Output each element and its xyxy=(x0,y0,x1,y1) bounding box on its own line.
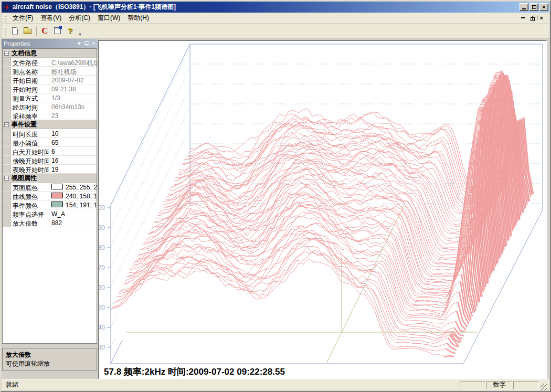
collapse-icon[interactable]: − xyxy=(4,122,9,127)
toolbar-grip[interactable] xyxy=(5,27,6,35)
row-gutter xyxy=(3,138,11,146)
property-label: 最小阈值 xyxy=(11,138,49,146)
menu-window[interactable]: 窗口(W) xyxy=(94,12,124,24)
property-row: 事件颜色154; 191; 18 xyxy=(3,200,97,209)
maximize-button[interactable] xyxy=(529,3,538,11)
property-value[interactable]: W_A xyxy=(49,209,97,218)
y-axis-tick-label: 60 xyxy=(99,284,105,291)
ridge-flank xyxy=(447,343,457,350)
property-row: 放大倍数882 xyxy=(3,218,97,227)
mdi-minimize-button[interactable] xyxy=(521,17,525,18)
property-label: 经历时间 xyxy=(11,102,49,111)
property-row: 测点名称栎社机场 xyxy=(3,67,97,76)
property-label: 采样频率 xyxy=(11,111,49,120)
collapse-icon[interactable]: − xyxy=(4,176,9,181)
y-axis-tick-label: 30 xyxy=(99,344,105,351)
property-value[interactable]: 栎社机场 xyxy=(49,67,97,75)
minimize-button[interactable] xyxy=(520,3,528,11)
property-value[interactable]: 240; 158; 15 xyxy=(49,192,97,200)
mdi-restore-button[interactable] xyxy=(531,15,535,21)
panel-close-button[interactable]: ✕ xyxy=(91,41,96,46)
pin-icon xyxy=(84,41,88,46)
title-bar[interactable]: ✈ aircraft noise（ISO3891）- [飞机噪声分析1-事件1频… xyxy=(2,2,549,13)
mdi-child-controls: × xyxy=(521,15,549,21)
window-title: aircraft noise（ISO3891）- [飞机噪声分析1-事件1频谱图… xyxy=(13,3,518,12)
help-question-icon: ? xyxy=(68,27,72,35)
properties-button[interactable] xyxy=(51,25,63,37)
property-value[interactable]: 10 xyxy=(49,129,97,137)
section-view-properties[interactable]: − 视图属性 xyxy=(3,174,97,183)
property-label: 测量方式 xyxy=(11,93,49,102)
property-description-box: 放大倍数 可使用滚轮缩放 xyxy=(2,348,97,370)
color-swatch[interactable] xyxy=(51,184,63,189)
row-gutter xyxy=(3,67,11,75)
calibrate-button[interactable]: C xyxy=(39,25,51,37)
section-document-info[interactable]: − 文档信息 xyxy=(3,49,97,58)
menu-analyze[interactable]: 分析(C) xyxy=(65,12,94,24)
property-value[interactable]: 19 xyxy=(49,165,97,173)
status-cell-num: 数字 xyxy=(486,381,512,389)
toolbar-separator xyxy=(36,26,37,36)
toolbar-options-button[interactable]: ▾ xyxy=(77,25,83,37)
properties-panel-header[interactable]: Properties ▼ ✕ xyxy=(2,39,98,48)
window-resize-grip[interactable] xyxy=(541,384,547,390)
property-label: 时间长度 xyxy=(11,129,49,137)
menu-help[interactable]: 帮助(H) xyxy=(124,12,153,24)
letter-c-icon: C xyxy=(41,26,48,35)
property-value[interactable]: 23 xyxy=(49,111,97,120)
property-value[interactable]: 882 xyxy=(49,218,97,227)
section-event-settings[interactable]: − 事件设置 xyxy=(3,120,97,129)
chart-readout: 57.8 频率:2kHz 时间:2009-07-02 09:22:28.55 xyxy=(104,367,285,377)
toolbar: C ? ▾ xyxy=(2,24,549,38)
property-value[interactable]: C:\awa6298\机场 xyxy=(49,58,97,66)
property-value[interactable]: 154; 191; 18 xyxy=(49,200,97,209)
property-row: 频率点选择W_A xyxy=(3,209,97,218)
menu-bar: 文件(F) 查看(V) 分析(C) 窗口(W) 帮助(H) × xyxy=(2,13,549,24)
help-button[interactable]: ? xyxy=(64,25,76,37)
section-title: 事件设置 xyxy=(12,120,37,129)
property-value[interactable]: 16 xyxy=(49,156,97,164)
color-swatch[interactable] xyxy=(51,193,63,198)
panel-pin-button[interactable] xyxy=(84,41,88,46)
spectrum-trace xyxy=(130,217,473,313)
property-value[interactable]: 09:21:38 xyxy=(49,84,97,93)
property-label: 放大倍数 xyxy=(11,218,49,227)
property-label: 页面底色 xyxy=(11,183,49,191)
row-gutter xyxy=(3,147,11,155)
collapse-icon[interactable]: − xyxy=(4,51,9,56)
mdi-minimize-icon xyxy=(521,17,525,18)
spectrogram-3d-chart[interactable]: 10090807060504030 57.8 频率:2kHz 时间:2009-0… xyxy=(99,41,546,380)
property-row: 经历时间06h34m13s xyxy=(3,102,97,111)
property-value[interactable]: 6 xyxy=(49,147,97,155)
property-value[interactable]: 65 xyxy=(49,138,97,146)
row-gutter xyxy=(3,76,11,84)
menu-view[interactable]: 查看(V) xyxy=(37,12,65,24)
property-value[interactable]: 255; 255; 25 xyxy=(49,183,97,191)
property-row: 测量方式1/3 xyxy=(3,93,97,102)
property-label: 测点名称 xyxy=(11,67,49,75)
property-value[interactable]: 06h34m13s xyxy=(49,102,97,111)
color-value-text: 255; 255; 25 xyxy=(66,184,97,191)
menubar-grip[interactable] xyxy=(5,14,6,22)
new-document-icon xyxy=(12,27,18,35)
close-button[interactable]: × xyxy=(539,3,548,11)
open-file-button[interactable] xyxy=(22,25,34,37)
spectrum-trace xyxy=(112,252,455,354)
property-label: 夜晚开始时间 xyxy=(11,165,49,173)
section-title: 视图属性 xyxy=(12,174,37,183)
panel-menu-button[interactable]: ▼ xyxy=(77,41,82,46)
property-value[interactable]: 2009-07-02 xyxy=(49,76,97,84)
minimize-icon xyxy=(522,8,526,9)
mdi-close-button[interactable]: × xyxy=(540,15,543,21)
menu-file[interactable]: 文件(F) xyxy=(9,12,37,24)
row-gutter xyxy=(3,165,11,173)
new-file-button[interactable] xyxy=(9,25,21,37)
y-axis-tick-label: 80 xyxy=(99,244,105,251)
property-row: 开始日期2009-07-02 xyxy=(3,76,97,84)
property-label: 白天开始时间 xyxy=(11,147,49,155)
property-value[interactable]: 1/3 xyxy=(49,93,97,102)
row-gutter xyxy=(3,218,11,227)
open-folder-icon xyxy=(24,29,31,34)
status-bar: 就绪 数字 xyxy=(2,379,549,390)
color-swatch[interactable] xyxy=(51,202,63,207)
